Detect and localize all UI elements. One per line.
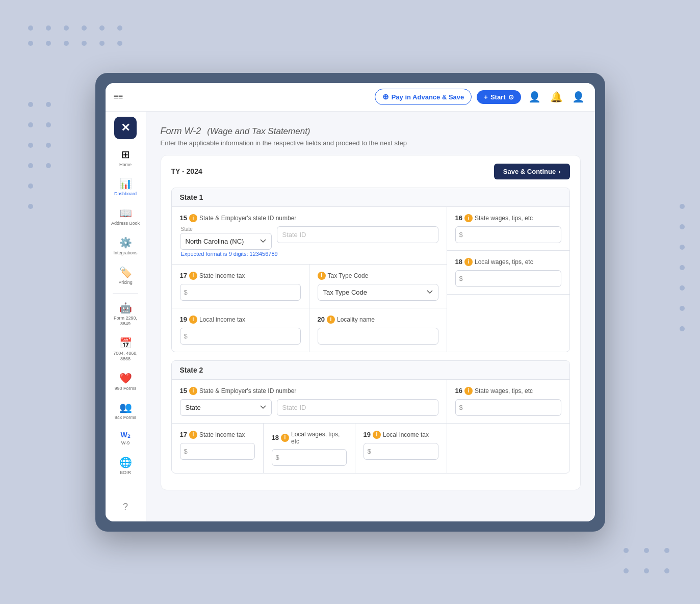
page-title: Form W-2 (Wage and Tax Statement) xyxy=(161,124,581,137)
tax-year: TY - 2024 xyxy=(171,167,202,175)
dollar-sign-s2-19: $ xyxy=(368,448,371,455)
sidebar-item-form2290[interactable]: 🤖 Form 2290, 8849 xyxy=(108,298,143,331)
state1-section17-cell: 17 i State income tax $ xyxy=(172,265,309,308)
state1-right: 16 i State wages, tips, etc $ xyxy=(447,207,569,352)
state1-body: 15 i State & Employer's state ID number … xyxy=(172,207,569,352)
state1-state-select[interactable]: North Carolina (NC) California (CA) Texa… xyxy=(180,233,272,250)
state1-locality-name-input[interactable] xyxy=(318,328,438,345)
section17-info-icon[interactable]: i xyxy=(189,272,197,280)
state2-section: State 2 15 i State & Employer's state ID xyxy=(171,360,570,474)
tax-type-cell: i Tax Type Code Tax Type Code Option 1 O… xyxy=(309,265,447,308)
state2-income-tax-input[interactable] xyxy=(180,443,255,460)
state2-section18-info-icon[interactable]: i xyxy=(281,434,289,442)
boir-icon: 🌐 xyxy=(119,456,132,468)
state2-section15-inputs: State North Carolina (NC) California (CA… xyxy=(180,399,438,416)
dashboard-icon: 📊 xyxy=(119,177,132,190)
sidebar-item-home[interactable]: ⊞ Home xyxy=(108,144,143,172)
state2-state-select[interactable]: State North Carolina (NC) California (CA… xyxy=(180,399,272,416)
state2-section17-label: 17 i State income tax xyxy=(180,431,255,439)
state2-section16-cell: 16 i State wages, tips, etc $ xyxy=(447,380,569,424)
state1-section18-cell: 18 i Local wages, tips, etc $ xyxy=(447,251,569,295)
sidebar-item-address-book[interactable]: 📖 Address Book xyxy=(108,203,143,230)
topnav-right: ⊕ Pay in Advance & Save + Start ⊙ 👤 🔔 👤 xyxy=(375,89,587,105)
form-card: TY - 2024 Save & Continue › State 1 xyxy=(161,155,581,490)
state2-section19-cell: 19 i Local income tax $ xyxy=(355,424,447,473)
state1-income-tax-input[interactable] xyxy=(180,284,301,301)
section17-input-wrap: $ xyxy=(180,284,301,301)
section16-label: 16 i State wages, tips, etc xyxy=(455,214,561,222)
state2-section19-label: 19 i Local income tax xyxy=(364,431,438,439)
state2-wages-tips-input[interactable] xyxy=(455,399,561,416)
state2-section16-info-icon[interactable]: i xyxy=(464,387,473,395)
state2-row2: 17 i State income tax $ xyxy=(172,424,447,473)
contacts-icon-button[interactable]: 👤 xyxy=(526,89,543,105)
dollar-sign-s2-18: $ xyxy=(276,454,279,461)
state1-wages-tips-input[interactable] xyxy=(455,226,561,243)
section16-input-wrap: $ xyxy=(455,226,561,243)
plus-circle-icon: ⊕ xyxy=(382,92,389,101)
state2-section15-info-icon[interactable]: i xyxy=(189,387,197,395)
state2-side-empty xyxy=(447,424,569,438)
topnav-left: ≡≡ xyxy=(114,92,123,101)
main-layout: ✕ ⊞ Home 📊 Dashboard 📖 Address Book ⚙️ I… xyxy=(106,112,595,521)
state2-section19-info-icon[interactable]: i xyxy=(373,431,381,439)
state1-section15-row: 15 i State & Employer's state ID number … xyxy=(172,207,447,265)
section16-info-icon[interactable]: i xyxy=(464,214,473,222)
7004-icon: 📅 xyxy=(119,337,132,349)
sidebar-item-7004[interactable]: 📅 7004, 4868, 8868 xyxy=(108,333,143,366)
state1-local-wages-input[interactable] xyxy=(455,270,561,287)
sidebar-item-990[interactable]: ❤️ 990 Forms xyxy=(108,368,143,396)
state2-local-income-tax-input[interactable] xyxy=(364,443,438,460)
state2-header: State 2 xyxy=(172,361,569,380)
section18-input-wrap: $ xyxy=(455,270,561,287)
user-profile-button[interactable]: 👤 xyxy=(570,89,587,105)
state1-side-empty xyxy=(447,295,569,309)
state1-section20-cell: 20 i Locality name xyxy=(309,308,447,352)
section19-info-icon[interactable]: i xyxy=(189,316,197,324)
sidebar-item-dashboard[interactable]: 📊 Dashboard xyxy=(108,173,143,201)
state1-row3: 19 i Local income tax $ xyxy=(172,308,447,352)
sidebar-item-pricing[interactable]: 🏷️ Pricing xyxy=(108,262,143,290)
section18-info-icon[interactable]: i xyxy=(464,258,473,266)
dollar-sign-17: $ xyxy=(184,288,188,296)
state2-id-input[interactable] xyxy=(277,399,438,416)
tax-type-info-icon[interactable]: i xyxy=(318,272,326,280)
notifications-button[interactable]: 🔔 xyxy=(548,89,565,105)
state2-local-wages-input[interactable] xyxy=(272,449,347,466)
state1-section19-cell: 19 i Local income tax $ xyxy=(172,308,309,352)
w9-icon: W₂ xyxy=(120,431,130,439)
state2-section17-info-icon[interactable]: i xyxy=(189,431,197,439)
state1-id-input[interactable] xyxy=(277,226,438,243)
state1-section: State 1 15 i State & Employer's state ID xyxy=(171,188,570,352)
start-button[interactable]: + Start ⊙ xyxy=(477,90,521,104)
state2-section15-row: 15 i State & Employer's state ID number … xyxy=(172,380,447,424)
sidebar-item-integrations[interactable]: ⚙️ Integrations xyxy=(108,232,143,260)
sidebar-help-button[interactable]: ? xyxy=(121,497,130,516)
state2-body: 15 i State & Employer's state ID number … xyxy=(172,380,569,473)
app-logo[interactable]: ✕ xyxy=(114,117,137,139)
state1-row2: 17 i State income tax $ xyxy=(172,265,447,308)
section20-info-icon[interactable]: i xyxy=(327,316,335,324)
page-header: Form W-2 (Wage and Tax Statement) Enter … xyxy=(161,124,581,147)
help-icon: ? xyxy=(123,502,128,512)
state2-section17-wrap: $ xyxy=(180,443,255,460)
section15-info-icon[interactable]: i xyxy=(189,214,197,222)
content-area: Form W-2 (Wage and Tax Statement) Enter … xyxy=(146,112,595,521)
tax-type-select[interactable]: Tax Type Code Option 1 Option 2 xyxy=(318,284,438,301)
hamburger-menu[interactable]: ≡≡ xyxy=(114,92,123,101)
state2-section17-cell: 17 i State income tax $ xyxy=(172,424,264,473)
tax-type-label: i Tax Type Code xyxy=(318,272,438,280)
state1-local-income-tax-input[interactable] xyxy=(180,328,301,345)
sidebar-item-94x[interactable]: 👥 94x Forms xyxy=(108,397,143,425)
integrations-icon: ⚙️ xyxy=(119,237,132,249)
state1-id-group xyxy=(277,226,438,250)
state-select-group: State North Carolina (NC) California (CA… xyxy=(180,226,272,250)
section20-input-wrap xyxy=(318,328,438,345)
sidebar-item-w9[interactable]: W₂ W-9 xyxy=(108,427,143,450)
save-continue-button[interactable]: Save & Continue › xyxy=(494,164,570,179)
section17-label: 17 i State income tax xyxy=(180,272,301,280)
section15-inputs: State North Carolina (NC) California (CA… xyxy=(180,226,438,250)
pay-advance-save-button[interactable]: ⊕ Pay in Advance & Save xyxy=(375,89,472,105)
sidebar-item-boir[interactable]: 🌐 BOIR xyxy=(108,452,143,480)
section19-label: 19 i Local income tax xyxy=(180,316,301,324)
